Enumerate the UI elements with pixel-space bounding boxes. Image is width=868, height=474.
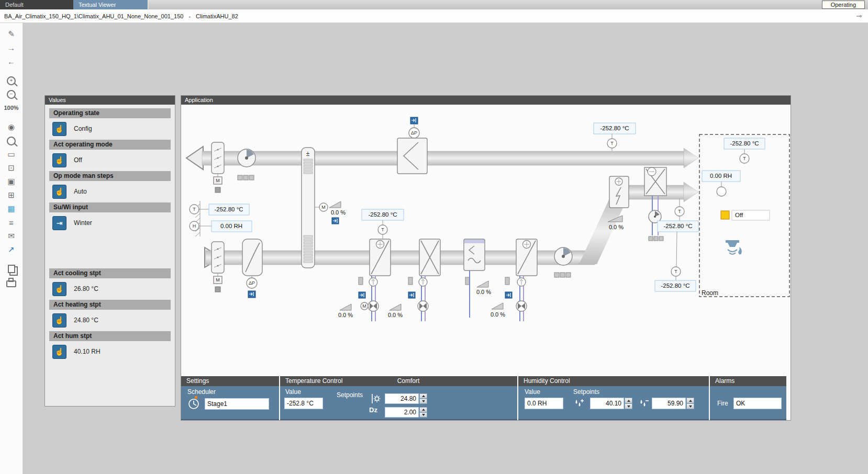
operate-icon[interactable]: ☝ bbox=[52, 313, 66, 328]
heating-valve-2[interactable]: 0.0 % bbox=[491, 276, 527, 321]
edit-tool[interactable]: ✎ bbox=[4, 28, 19, 40]
temp-value-field[interactable]: -252.8 °C bbox=[284, 398, 323, 409]
value-label: Winter bbox=[74, 219, 92, 227]
cooling-valve[interactable]: 0.0 % bbox=[388, 276, 428, 321]
input-arrow-icon[interactable]: ⇥ bbox=[52, 216, 66, 230]
plate-heat-exchanger[interactable]: ΔP bbox=[242, 239, 262, 298]
room-status[interactable]: Off bbox=[721, 210, 770, 220]
svg-text:M: M bbox=[362, 303, 366, 309]
value-label: 40.10 RH bbox=[74, 348, 101, 355]
outside-air-damper[interactable]: M bbox=[212, 242, 224, 292]
exhaust-air-damper[interactable]: M bbox=[212, 142, 224, 193]
svg-text:0.0 %: 0.0 % bbox=[476, 289, 491, 295]
supply-fan[interactable] bbox=[554, 247, 572, 277]
trend-tool[interactable]: ↗ bbox=[4, 243, 19, 256]
group-header-operating-state: Operating state bbox=[49, 108, 171, 118]
print-tool[interactable] bbox=[4, 276, 19, 289]
zoom-out-icon: − bbox=[7, 90, 16, 99]
center-view-tool[interactable]: ◉ bbox=[4, 121, 19, 133]
tab-default[interactable]: Default bbox=[0, 0, 73, 9]
select-rect-tool[interactable]: ▭ bbox=[4, 148, 19, 161]
zoom-region-tool[interactable]: ⊡ bbox=[4, 162, 19, 174]
svg-text:-252.80 °C: -252.80 °C bbox=[368, 211, 397, 218]
heating-coil-1[interactable] bbox=[370, 239, 391, 276]
room-humidity-value[interactable]: 0.00 RH bbox=[702, 171, 740, 196]
group-header-act-cooling-stpt: Act cooling stpt bbox=[49, 268, 171, 278]
svg-text:0.0 %: 0.0 % bbox=[338, 312, 353, 318]
room-label: Room bbox=[702, 289, 718, 297]
svg-text:T: T bbox=[743, 156, 746, 161]
circulation-pump[interactable] bbox=[649, 196, 663, 241]
supply-temp-sensor[interactable]: T -252.80 °C bbox=[658, 199, 698, 232]
svg-text:-252.80 °C: -252.80 °C bbox=[600, 125, 629, 131]
changeover-damper[interactable] bbox=[644, 167, 666, 196]
fire-label: Fire bbox=[717, 400, 728, 407]
breadcrumb-object-name: ClimatixAHU_82 bbox=[196, 13, 238, 19]
exhaust-fan[interactable] bbox=[238, 149, 255, 180]
layers-icon: ≡ bbox=[9, 218, 14, 227]
breadcrumb-path: BA_Air_Climatix_150_HQ_1\Climatix_AHU_01… bbox=[4, 13, 183, 19]
deadzone-spinner[interactable] bbox=[419, 407, 427, 417]
heating-valve-1[interactable]: 0.0 % M bbox=[338, 276, 379, 321]
outside-humidity-value[interactable]: 0.00 RH bbox=[212, 221, 252, 232]
scheduler-value-field[interactable]: Stage1 bbox=[205, 398, 269, 410]
operate-icon[interactable]: ☝ bbox=[52, 185, 66, 199]
zoom-region-icon: ⊡ bbox=[8, 163, 15, 173]
add-view-tool[interactable]: ⊞ bbox=[4, 189, 19, 201]
deadzone-field[interactable]: 2.00 bbox=[385, 407, 419, 417]
magnifier-icon bbox=[7, 137, 16, 145]
heat-recovery-wheel[interactable]: ± M 0.0 % bbox=[302, 148, 346, 268]
operating-mode-button[interactable]: Operating bbox=[822, 1, 865, 9]
humidify-setpoint-field[interactable]: 40.10 bbox=[590, 398, 624, 409]
extract-damper-unit[interactable]: ΔP bbox=[397, 117, 427, 174]
extract-temp-sensor[interactable]: -252.80 °C T bbox=[594, 123, 636, 151]
operate-icon[interactable]: ☝ bbox=[52, 122, 66, 136]
grid-plus-icon: ⊞ bbox=[8, 190, 15, 200]
hum-value-label: Value bbox=[525, 388, 540, 396]
humidify-setpoint-spinner[interactable] bbox=[625, 398, 632, 409]
svg-text:M: M bbox=[216, 178, 220, 183]
tab-textual-viewer[interactable]: Textual Viewer bbox=[73, 0, 148, 9]
heating-coil-2[interactable] bbox=[516, 239, 537, 276]
outside-temp-value[interactable]: -252.80 °C bbox=[209, 204, 249, 215]
comment-tool[interactable]: ✉ bbox=[4, 230, 19, 242]
operate-icon[interactable]: ☝ bbox=[52, 282, 66, 296]
room-temp-value[interactable]: -252.80 °C T bbox=[724, 138, 765, 163]
pin-icon[interactable]: ⊸ bbox=[856, 9, 862, 23]
comfort-setpoint-field[interactable]: 24.80 bbox=[385, 393, 419, 404]
comfort-setpoint-spinner[interactable] bbox=[419, 393, 427, 404]
value-row-act-heating-stpt[interactable]: ☝ 24.80 °C bbox=[52, 313, 171, 328]
operate-icon[interactable]: ☝ bbox=[52, 153, 66, 167]
value-row-act-hum-stpt[interactable]: ☝ 40.10 RH bbox=[52, 344, 171, 359]
fit-view-tool[interactable]: ▦ bbox=[4, 202, 19, 215]
dehumidify-setpoint-field[interactable]: 59.90 bbox=[652, 398, 686, 409]
humidify-icon bbox=[573, 398, 585, 410]
copy-tool[interactable] bbox=[4, 263, 19, 275]
temperature-control-section: Temperature Control Comfort Value -252.8… bbox=[280, 376, 517, 420]
zoom-out-tool[interactable]: − bbox=[4, 88, 19, 100]
fire-status-field[interactable]: OK bbox=[733, 398, 782, 409]
pan-tool[interactable]: ▣ bbox=[4, 175, 19, 188]
value-row-act-cooling-stpt[interactable]: ☝ 26.80 °C bbox=[52, 281, 171, 296]
value-row-su-wi-input[interactable]: ⇥ Winter bbox=[52, 216, 171, 230]
svg-text:-252.80 °C: -252.80 °C bbox=[214, 206, 243, 212]
value-row-act-operating-mode[interactable]: ☝ Off bbox=[52, 153, 171, 167]
hum-value-field[interactable]: 0.0 RH bbox=[525, 398, 563, 409]
value-row-config[interactable]: ☝ Config bbox=[52, 121, 171, 136]
pan-icon: ▣ bbox=[7, 177, 15, 186]
svg-text:T: T bbox=[381, 227, 384, 232]
svg-text:Off: Off bbox=[735, 212, 743, 218]
find-tool[interactable] bbox=[4, 134, 19, 147]
cooling-coil[interactable] bbox=[419, 239, 440, 276]
group-header-su-wi-input: Su/Wi input bbox=[49, 202, 171, 212]
value-row-op-mode-man-steps[interactable]: ☝ Auto bbox=[52, 184, 171, 199]
svg-text:-252.80 °C: -252.80 °C bbox=[663, 223, 692, 229]
forward-tool[interactable]: → bbox=[4, 41, 19, 54]
dehumidify-setpoint-spinner[interactable] bbox=[686, 398, 694, 409]
operate-icon[interactable]: ☝ bbox=[52, 345, 66, 359]
humidity-control-header: Humidity Control bbox=[518, 376, 709, 386]
settings-section: Settings Scheduler Stage1 bbox=[181, 376, 279, 420]
back-tool[interactable]: ← bbox=[4, 55, 19, 67]
zoom-in-tool[interactable]: + bbox=[4, 74, 19, 87]
layers-tool[interactable]: ≡ bbox=[4, 216, 19, 229]
